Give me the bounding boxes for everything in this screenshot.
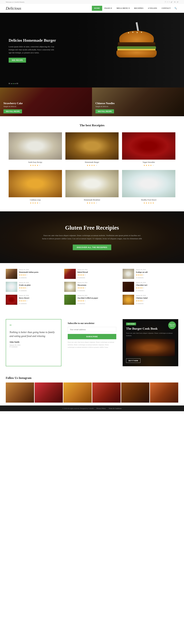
- footer: © 2018 All rights reserved. Designed by …: [0, 406, 184, 411]
- pasta-date: January 04, 2018: [19, 269, 62, 270]
- book-buy-button[interactable]: BUY IT NOW: [126, 358, 140, 363]
- hero-cta-button[interactable]: See Recipe: [8, 58, 26, 62]
- blog-item-fruits[interactable]: January 04, 2018 Fruits on plate ★★★★★ 4…: [6, 282, 62, 292]
- pasta-info: January 04, 2018 Homemade italian pasta …: [19, 269, 62, 278]
- card-cta-noodles[interactable]: See Full Recipe: [96, 109, 114, 113]
- newsletter-section: Subscribe to our newsletter Subscribe Fu…: [64, 319, 120, 366]
- star-3: ★: [34, 164, 36, 166]
- youtube-icon[interactable]: yt: [177, 1, 178, 3]
- book-promo-content: SPECIAL PRICE OUT NOW The Burger Cook Bo…: [122, 319, 178, 366]
- bread-title: Baked Bread: [78, 271, 120, 273]
- instagram-cell-6[interactable]: [150, 382, 178, 402]
- welcome-text: Welcome to Colorlib Homely: [6, 1, 24, 3]
- facebook-icon[interactable]: f: [165, 1, 166, 3]
- instagram-cell-3[interactable]: [64, 382, 92, 402]
- zucchini-comments: 4 comments: [78, 302, 120, 304]
- blog-item-pasta[interactable]: January 04, 2018 Homemade italian pasta …: [6, 269, 62, 279]
- sesame-1: [128, 32, 129, 33]
- chicken-title: Chicken Salad: [136, 297, 178, 299]
- instagram-grid: [6, 382, 178, 402]
- navigation: HOME PAGES ▾ MEGA MENU ▾ RECEPIES 4 VEGA…: [92, 6, 178, 11]
- book-food-image: [126, 339, 175, 356]
- social-icons: f i t g+ in yt: [165, 1, 178, 3]
- berry-date: January 04, 2018: [19, 295, 62, 296]
- nav-mega-menu[interactable]: MEGA MENU ▾: [114, 6, 132, 11]
- quote-mark: ": [10, 324, 58, 329]
- dot-3: [15, 83, 16, 84]
- nav-vegans[interactable]: 4 VEGANS: [146, 6, 160, 11]
- recipe-grid: Sushi Easy Recipy ★ ★ ★ ★ ★ Homemade Bur…: [8, 132, 176, 204]
- blog-item-chocolate[interactable]: January 04, 2018 Chocolate tart ★★★★★ 4 …: [122, 282, 178, 292]
- fruits-stars: ★★★★★: [19, 287, 62, 289]
- gluten-cta-button[interactable]: Discover All The Receipies: [73, 244, 111, 250]
- nav-recepies[interactable]: RECEPIES: [132, 6, 146, 11]
- recipe-card-soup[interactable]: Calabasa soup ★ ★ ★ ★ ★: [8, 170, 62, 204]
- feature-card-cake[interactable]: Strawberry Cake Simple & Delicois See Fu…: [0, 88, 92, 116]
- chocolate-stars: ★★★★★: [136, 287, 178, 289]
- instagram-cell-5[interactable]: [121, 382, 150, 402]
- nav-pages[interactable]: PAGES ▾: [102, 6, 114, 11]
- footer-privacy-link[interactable]: Privacy Policy: [96, 408, 106, 409]
- berry-info: January 04, 2018 Berry Desert ★★★★★ 4 co…: [19, 295, 62, 304]
- testimonial-author: John Smith: [10, 341, 58, 343]
- feature-card-noodles[interactable]: Chinesse Noodles Simple & Delicois See F…: [92, 88, 184, 116]
- zucchini-info: January 04, 2018 Zucchini Grilled on pep…: [78, 295, 120, 304]
- instagram-cell-4[interactable]: [92, 382, 120, 402]
- special-price-badge: SPECIAL PRICE: [168, 322, 176, 329]
- zucchini-stars: ★★★★★: [78, 300, 120, 302]
- sesame-4: [141, 32, 142, 33]
- recipe-card-burger[interactable]: Homemade Burger ★ ★ ★ ★ ★: [66, 132, 119, 166]
- twitter-icon[interactable]: t: [169, 1, 169, 3]
- googleplus-icon[interactable]: g+: [171, 1, 173, 3]
- search-icon[interactable]: 🔍: [173, 6, 178, 11]
- burger-image: [66, 132, 119, 160]
- newsletter-submit-button[interactable]: Subscribe: [68, 334, 116, 339]
- blog-item-macaroons[interactable]: January 04, 2018 Macaroons ★★★★★ 4 comme…: [64, 282, 120, 292]
- newsletter-email-input[interactable]: [68, 327, 116, 332]
- breakfast-image: [66, 170, 119, 197]
- best-recipes-title: The best Receipies: [8, 124, 176, 127]
- zucchini-title: Zucchini Grilled on peper: [78, 297, 120, 299]
- out-now-badge: OUT NOW: [126, 322, 136, 325]
- footer-terms-link[interactable]: Terms & Conditions: [109, 408, 122, 409]
- blog-item-berry[interactable]: January 04, 2018 Berry Desert ★★★★★ 4 co…: [6, 295, 62, 305]
- instagram-cell-2[interactable]: [35, 382, 63, 402]
- newsletter-title: Subscribe to our newsletter: [68, 322, 116, 324]
- recipe-card-fruit[interactable]: Healthy Fruit Desert ★ ★ ★ ★ ★: [122, 170, 176, 204]
- blog-col-1: January 04, 2018 Homemade italian pasta …: [6, 269, 62, 308]
- linkedin-icon[interactable]: in: [174, 1, 176, 3]
- blog-item-scalops[interactable]: January 04, 2018 Scalops on salt ★★★★★ 4…: [122, 269, 178, 279]
- indicator-1[interactable]: 01: [8, 82, 10, 85]
- recipe-card-breakfast[interactable]: Homemade Breakfast ★ ★ ★ ★ ★: [66, 170, 119, 204]
- burger-lettuce: [117, 46, 156, 49]
- fruit-stars: ★ ★ ★ ★ ★: [122, 202, 176, 204]
- recipe-card-smoothie[interactable]: Vegan Smoothie ★ ★ ★ ★ ★: [122, 132, 176, 166]
- star-5: ★: [39, 164, 40, 166]
- hero-food-visual: [100, 17, 172, 85]
- nav-home[interactable]: HOME: [92, 6, 102, 11]
- soup-image: [8, 170, 62, 197]
- burger-bun-bottom: [116, 50, 157, 58]
- breakfast-name: Homemade Breakfast: [66, 199, 119, 201]
- zucchini-date: January 04, 2018: [78, 295, 120, 296]
- macaroons-comments: 4 comments: [78, 290, 120, 292]
- instagram-cell-1[interactable]: [6, 382, 34, 402]
- blog-item-zucchini[interactable]: January 04, 2018 Zucchini Grilled on pep…: [64, 295, 120, 305]
- book-title: The Burger Cook Book: [126, 327, 175, 330]
- bottom-section: " Nothing is better than going home to f…: [0, 314, 184, 372]
- logo[interactable]: Delicious: [6, 6, 92, 11]
- chocolate-title: Chocolate tart: [136, 284, 178, 286]
- scalops-info: January 04, 2018 Scalops on salt ★★★★★ 4…: [136, 269, 178, 278]
- star-4: ★: [37, 164, 38, 166]
- blog-item-chicken[interactable]: January 04, 2018 Chicken Salad ★★★★★ 4 c…: [122, 295, 178, 305]
- recipe-card-sushi[interactable]: Sushi Easy Recipy ★ ★ ★ ★ ★: [8, 132, 62, 166]
- instagram-icon[interactable]: i: [167, 1, 168, 3]
- chocolate-thumb: [122, 282, 134, 292]
- sesame-3: [136, 32, 138, 33]
- scalops-date: January 04, 2018: [136, 269, 178, 270]
- instagram-section: Follow Us Instagram: [0, 372, 184, 406]
- soup-name: Calabasa soup: [8, 199, 62, 201]
- blog-item-bread[interactable]: January 04, 2018 Baked Bread ★★★★★ 4 com…: [64, 269, 120, 279]
- nav-contact[interactable]: CONTACT: [159, 6, 173, 11]
- card-cta-cake[interactable]: See Full Recipe: [4, 109, 22, 113]
